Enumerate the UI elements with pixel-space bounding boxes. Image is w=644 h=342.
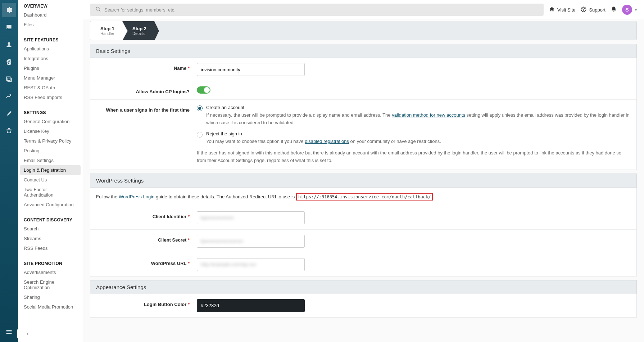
rail-copy-icon[interactable] <box>2 72 16 86</box>
rail-commerce-icon[interactable] <box>2 55 16 69</box>
sidebar-section-overview: OVERVIEW <box>18 1 83 10</box>
sidebar-item-applications[interactable]: Applications <box>18 44 83 54</box>
svg-point-2 <box>96 7 99 10</box>
section-header-basic: Basic Settings <box>90 44 637 58</box>
support-link[interactable]: Support <box>580 6 606 14</box>
rail-marketplace-icon[interactable] <box>2 124 16 138</box>
redirect-uri-code: https://z316854.invisionservice.com/oaut… <box>296 193 433 201</box>
svg-rect-1 <box>8 78 12 82</box>
sidebar-item-rss-feed-imports[interactable]: RSS Feed Imports <box>18 93 83 102</box>
help-icon <box>580 6 587 14</box>
signin-note: If the user has not signed in with this … <box>197 149 631 165</box>
sidebar-item-general-configuration[interactable]: General Configuration <box>18 117 83 126</box>
sidebar-section-site-promotion: SITE PROMOTION <box>18 259 83 267</box>
bell-icon <box>611 6 617 14</box>
client-id-input[interactable]: kgxxxxxxxxxxxx <box>197 211 305 224</box>
allow-admin-label: Allow Admin CP logins? <box>96 86 197 94</box>
search-input[interactable] <box>90 4 544 16</box>
home-icon <box>549 6 555 14</box>
sidebar-item-rest-oauth[interactable]: REST & OAuth <box>18 83 83 93</box>
wizard-steps: Step 1 Handler Step 2 Details <box>90 21 637 40</box>
radio-create-account[interactable] <box>197 105 203 111</box>
sidebar-collapse-button[interactable]: ‹ <box>17 329 32 338</box>
sidebar-item-dashboard[interactable]: Dashboard <box>18 10 83 20</box>
sidebar-item-seo[interactable]: Search Engine Optimization <box>18 277 83 292</box>
rail-members-icon[interactable] <box>2 37 16 52</box>
opt-create-title: Create an account <box>206 105 631 110</box>
sidebar-item-advertisements[interactable]: Advertisements <box>18 267 83 277</box>
wp-url-input[interactable]: http://example.com/wp-xxx <box>197 258 305 271</box>
sidebar-item-integrations[interactable]: Integrations <box>18 54 83 63</box>
sidebar-item-license-key[interactable]: License Key <box>18 126 83 136</box>
svg-point-4 <box>584 10 584 11</box>
search-icon <box>95 6 101 14</box>
avatar: S <box>622 5 632 15</box>
sidebar-item-two-factor-auth[interactable]: Two Factor Authentication <box>18 185 83 200</box>
sidebar-item-menu-manager[interactable]: Menu Manager <box>18 73 83 83</box>
sidebar-item-plugins[interactable]: Plugins <box>18 63 83 73</box>
sidebar-item-posting[interactable]: Posting <box>18 146 83 156</box>
support-label: Support <box>589 7 606 13</box>
user-menu[interactable]: S ▾ <box>622 5 637 15</box>
sidebar-item-social-media-promotion[interactable]: Social Media Promotion <box>18 302 83 312</box>
sidebar-item-sharing[interactable]: Sharing <box>18 292 83 302</box>
svg-rect-0 <box>6 77 10 80</box>
step-1[interactable]: Step 1 Handler <box>90 21 122 40</box>
chevron-down-icon: ▾ <box>635 8 637 12</box>
section-header-wordpress: WordPress Settings <box>90 174 637 188</box>
sidebar-item-email-settings[interactable]: Email Settings <box>18 156 83 165</box>
allow-admin-toggle[interactable] <box>197 86 210 94</box>
step-2-title: Step 2 <box>132 26 146 31</box>
validation-method-link[interactable]: validation method for new accounts <box>392 112 465 118</box>
sidebar-item-rss-feeds[interactable]: RSS Feeds <box>18 243 83 253</box>
client-secret-input[interactable]: kpxxxxxxxxxxxxxxxx <box>197 235 305 248</box>
name-label: Name * <box>96 63 197 76</box>
radio-reject-signin[interactable] <box>197 132 203 138</box>
sidebar-section-content-discovery: CONTENT DISCOVERY <box>18 215 83 224</box>
opt-reject-title: Reject the sign in <box>206 131 631 136</box>
rail-menu-icon[interactable] <box>2 325 16 339</box>
wordpress-instructions: Follow the WordPress Login guide to obta… <box>90 188 636 206</box>
sidebar-item-advanced-configuration[interactable]: Advanced Configuration <box>18 200 83 210</box>
section-header-appearance: Appearance Settings <box>90 280 637 294</box>
topbar: Visit Site Support S ▾ <box>83 0 644 19</box>
sidebar-item-login-registration[interactable]: Login & Registration <box>20 165 81 175</box>
step-1-sub: Handler <box>100 31 114 36</box>
sidebar-item-search[interactable]: Search <box>18 224 83 234</box>
icon-rail <box>0 0 18 342</box>
login-color-input[interactable] <box>197 299 305 312</box>
sidebar: OVERVIEW Dashboard Files SITE FEATURES A… <box>18 0 83 342</box>
sidebar-section-site-features: SITE FEATURES <box>18 35 83 44</box>
sidebar-section-settings: SETTINGS <box>18 108 83 117</box>
sidebar-item-files[interactable]: Files <box>18 20 83 30</box>
client-id-label: Client Identifier * <box>96 211 197 224</box>
disabled-registrations-link[interactable]: disabled registrations <box>305 139 349 144</box>
sidebar-item-terms-privacy[interactable]: Terms & Privacy Policy <box>18 136 83 146</box>
rail-chat-icon[interactable] <box>2 20 16 35</box>
rail-customization-icon[interactable] <box>2 107 16 121</box>
opt-reject-desc: You may want to choose this option if yo… <box>206 138 631 145</box>
visit-site-label: Visit Site <box>557 7 575 13</box>
notifications-button[interactable] <box>611 6 617 14</box>
step-2-sub: Details <box>132 31 146 36</box>
visit-site-link[interactable]: Visit Site <box>549 6 575 14</box>
name-input[interactable] <box>197 63 305 76</box>
sidebar-item-streams[interactable]: Streams <box>18 234 83 243</box>
rail-system-icon[interactable] <box>2 3 16 17</box>
step-1-title: Step 1 <box>100 26 114 31</box>
client-secret-label: Client Secret * <box>96 235 197 248</box>
wordpress-login-link[interactable]: WordPress Login <box>119 194 154 199</box>
main: Visit Site Support S ▾ Step 1 Handler <box>83 0 644 342</box>
wp-url-label: WordPress URL * <box>96 258 197 271</box>
opt-create-desc: If necessary, the user will be prompted … <box>206 112 631 127</box>
first-signin-label: When a user signs in for the first time <box>96 105 197 165</box>
login-color-label: Login Button Color * <box>96 299 197 312</box>
sidebar-item-contact-us[interactable]: Contact Us <box>18 175 83 185</box>
rail-stats-icon[interactable] <box>2 89 16 104</box>
